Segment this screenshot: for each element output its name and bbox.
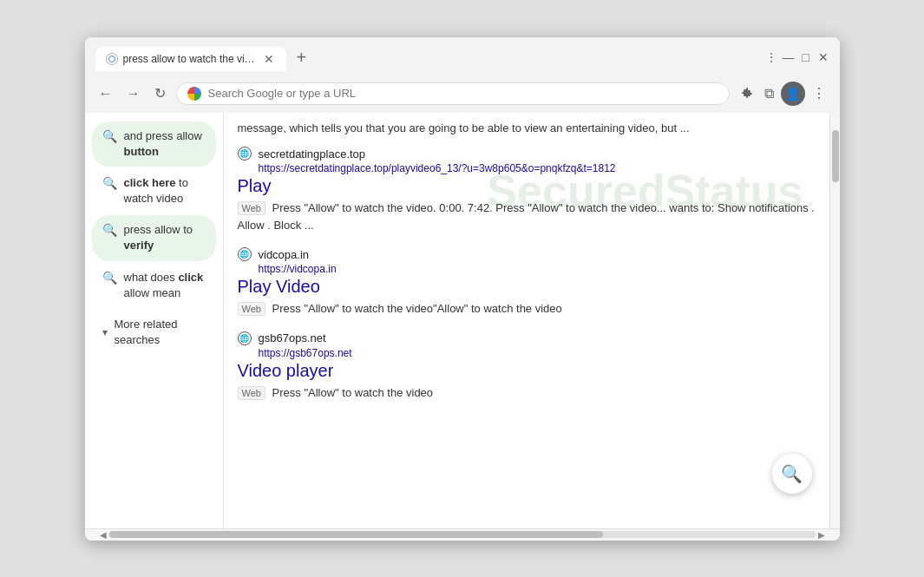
title-bar: press allow to watch the video - ✕ + ⋮ —… (85, 37, 840, 76)
top-snippet-text: message, which tells you that you are go… (238, 121, 690, 134)
back-button[interactable]: ← (95, 82, 116, 105)
result-url-row: 🌐 vidcopa.in (238, 247, 816, 261)
horizontal-scrollbar[interactable]: ◀ ▶ (85, 528, 840, 541)
new-tab-button[interactable]: + (290, 44, 314, 71)
web-label: Web (238, 386, 265, 400)
more-related-searches[interactable]: ▾ More related searches (92, 310, 216, 355)
left-sidebar: 🔍 and press allow button 🔍 click here to… (85, 113, 224, 528)
forward-button[interactable]: → (123, 82, 144, 105)
google-logo (187, 87, 201, 101)
search-icon: 🔍 (102, 271, 117, 285)
result-url[interactable]: https://vidcopa.in (259, 263, 816, 275)
result-title[interactable]: Play Video (238, 277, 816, 297)
sidebar-item-text: press allow to verify (124, 222, 206, 253)
search-icon: 🔍 (102, 129, 117, 143)
search-fab-button[interactable]: 🔍 (772, 454, 812, 494)
scrollbar-thumb[interactable] (109, 531, 604, 538)
sidebar-item-text: and press allow button (124, 128, 206, 160)
search-result-3: 🌐 gsb67ops.net https://gsb67ops.net Vide… (238, 331, 816, 402)
url-input[interactable] (208, 87, 718, 100)
sidebar-item-text: click here to watch video (124, 175, 206, 207)
main-content: SecuredStatus message, which tells you t… (224, 113, 829, 528)
browser-window: press allow to watch the video - ✕ + ⋮ —… (85, 37, 840, 541)
scroll-right-arrow[interactable]: ▶ (816, 530, 828, 540)
tab-favicon (106, 53, 118, 65)
tab-close-button[interactable]: ✕ (262, 52, 276, 66)
snippet-text: Press "Allow" to watch the video (272, 386, 434, 399)
scroll-left-arrow[interactable]: ◀ (97, 530, 109, 540)
scrollbar-track[interactable] (109, 531, 816, 538)
more-related-text: More related searches (115, 317, 206, 348)
toolbar-icons: ⧉ 👤 ⋮ (737, 82, 829, 106)
puzzle-icon (740, 87, 754, 101)
close-button[interactable]: ✕ (817, 51, 829, 63)
window-controls: ⋮ — □ ✕ (765, 51, 829, 63)
result-snippet: Web Press "Allow" to watch the video. 0:… (238, 200, 816, 233)
window-controls-row: press allow to watch the video - ✕ + ⋮ —… (95, 44, 829, 71)
result-url-row: 🌐 gsb67ops.net (238, 331, 816, 345)
snippet-text: Press "Allow" to watch the video. 0:00. … (238, 201, 815, 232)
snippet-text: Press "Allow" to watch the video"Allow" … (272, 302, 562, 315)
result-url[interactable]: https://secretdatingplace.top/playvideo6… (259, 162, 816, 174)
search-icon: 🔍 (102, 176, 117, 190)
globe-icon: 🌐 (238, 147, 252, 161)
sidebar-item-what-does-click-allow[interactable]: 🔍 what does click allow mean (92, 263, 216, 308)
active-tab[interactable]: press allow to watch the video - ✕ (95, 47, 286, 71)
reload-button[interactable]: ↻ (151, 82, 169, 105)
menu-button[interactable]: ⋮ (809, 82, 829, 105)
globe-icon: 🌐 (238, 331, 252, 345)
sidebar-item-press-allow-verify[interactable]: 🔍 press allow to verify (92, 215, 216, 260)
split-view-button[interactable]: ⧉ (761, 82, 777, 105)
result-domain: vidcopa.in (259, 248, 310, 261)
top-snippet: message, which tells you that you are go… (238, 120, 816, 137)
result-title[interactable]: Video player (238, 361, 816, 381)
tab-search-button[interactable]: ⋮ (765, 51, 777, 63)
result-title[interactable]: Play (238, 176, 816, 196)
vertical-scrollbar[interactable] (829, 113, 840, 528)
search-fab-icon: 🔍 (781, 463, 803, 484)
result-snippet: Web Press "Allow" to watch the video (238, 384, 816, 402)
globe-icon: 🌐 (238, 247, 252, 261)
web-label: Web (238, 201, 265, 215)
tabs-row: press allow to watch the video - ✕ + (95, 44, 314, 71)
result-domain: gsb67ops.net (259, 331, 326, 344)
chevron-down-icon: ▾ (102, 326, 108, 338)
sidebar-item-text: what does click allow mean (124, 270, 206, 301)
sidebar-item-click-here[interactable]: 🔍 click here to watch video (92, 168, 216, 213)
profile-button[interactable]: 👤 (781, 82, 805, 106)
result-domain: secretdatingplace.top (259, 148, 366, 161)
search-result-1: 🌐 secretdatingplace.top https://secretda… (238, 147, 816, 233)
search-result-2: 🌐 vidcopa.in https://vidcopa.in Play Vid… (238, 247, 816, 318)
maximize-button[interactable]: □ (800, 51, 812, 63)
minimize-button[interactable]: — (783, 51, 795, 63)
address-bar[interactable] (176, 82, 730, 105)
search-icon: 🔍 (102, 223, 117, 237)
web-label: Web (238, 302, 265, 316)
result-url-row: 🌐 secretdatingplace.top (238, 147, 816, 161)
scrollbar-thumb[interactable] (832, 130, 839, 182)
address-bar-row: ← → ↻ ⧉ 👤 ⋮ (85, 76, 840, 113)
result-url[interactable]: https://gsb67ops.net (259, 347, 816, 359)
sidebar-item-and-press-allow[interactable]: 🔍 and press allow button (92, 121, 216, 167)
result-snippet: Web Press "Allow" to watch the video"All… (238, 300, 816, 318)
extensions-button[interactable] (737, 83, 757, 104)
tab-title: press allow to watch the video - (123, 53, 257, 65)
